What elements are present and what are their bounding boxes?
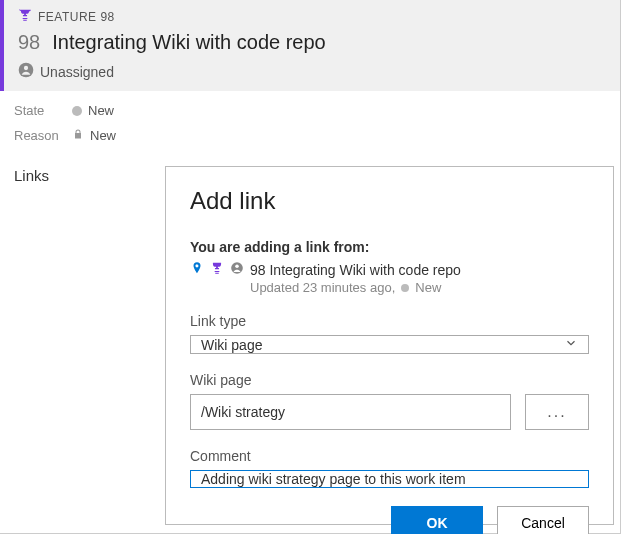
pin-icon: [190, 261, 204, 278]
reason-label: Reason: [14, 128, 72, 143]
dialog-buttons: OK Cancel: [190, 488, 589, 534]
trophy-icon: [210, 261, 224, 278]
work-item-title[interactable]: Integrating Wiki with code repo: [52, 31, 325, 54]
wiki-page-label: Wiki page: [190, 372, 589, 388]
assignee-label: Unassigned: [40, 64, 114, 80]
state-row[interactable]: State New: [14, 103, 151, 118]
work-item-header: FEATURE 98 98 Integrating Wiki with code…: [0, 0, 620, 91]
from-state-text: New: [415, 280, 441, 295]
browse-button[interactable]: ...: [525, 394, 589, 430]
wiki-page-input[interactable]: [190, 394, 511, 430]
add-link-dialog: Add link You are adding a link from: 98 …: [165, 166, 614, 525]
svg-point-1: [24, 66, 28, 70]
from-item-sub: Updated 23 minutes ago, New: [250, 280, 589, 295]
state-dot-icon: [401, 284, 409, 292]
title-line: 98 Integrating Wiki with code repo: [18, 31, 606, 54]
comment-input[interactable]: [190, 470, 589, 488]
state-label: State: [14, 103, 72, 118]
comment-label: Comment: [190, 448, 589, 464]
adding-from-label: You are adding a link from:: [190, 239, 589, 255]
person-circle-icon: [230, 261, 244, 278]
state-value: New: [88, 103, 114, 118]
links-heading: Links: [14, 167, 151, 184]
link-type-select[interactable]: Wiki page: [190, 335, 589, 354]
assignee-row[interactable]: Unassigned: [18, 62, 606, 81]
reason-value: New: [90, 128, 116, 143]
ok-button[interactable]: OK: [391, 506, 483, 534]
svg-point-3: [235, 265, 239, 269]
trophy-icon: [18, 8, 32, 25]
work-item-id: 98: [18, 31, 40, 54]
dialog-title: Add link: [190, 187, 589, 215]
left-metadata: State New Reason New Links: [0, 91, 165, 533]
chevron-down-icon: [564, 336, 578, 353]
person-icon: [18, 62, 34, 81]
from-item-row: 98 Integrating Wiki with code repo: [190, 261, 589, 278]
link-type-value: Wiki page: [201, 337, 262, 353]
feature-type-label: FEATURE 98: [38, 10, 115, 24]
from-item-text: 98 Integrating Wiki with code repo: [250, 262, 461, 278]
feature-type-line: FEATURE 98: [18, 8, 606, 25]
lock-icon: [72, 128, 84, 143]
cancel-button[interactable]: Cancel: [497, 506, 589, 534]
state-dot-icon: [72, 106, 82, 116]
from-updated-text: Updated 23 minutes ago,: [250, 280, 395, 295]
reason-row[interactable]: Reason New: [14, 128, 151, 143]
link-type-label: Link type: [190, 313, 589, 329]
